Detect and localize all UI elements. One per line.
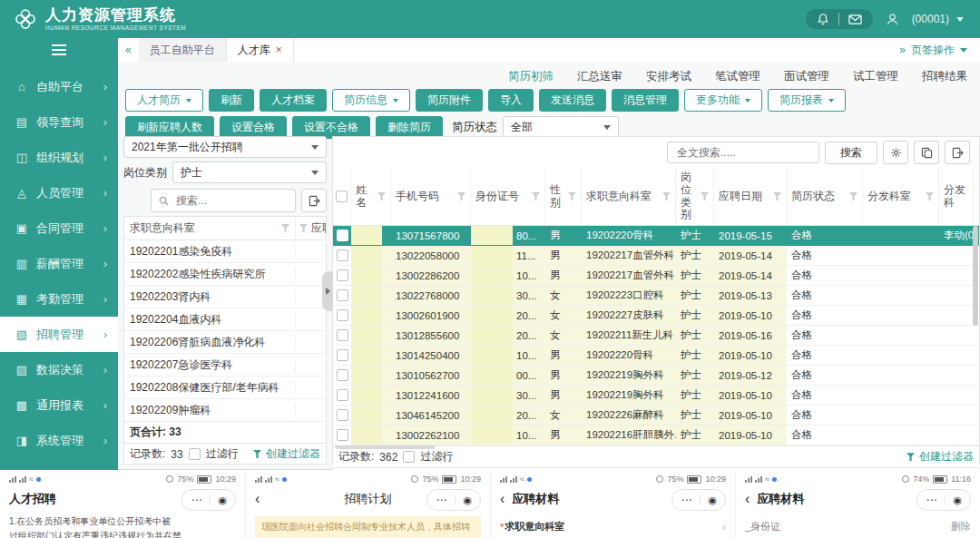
toolbar-button[interactable]: 人才档案 bbox=[260, 89, 327, 112]
sidebar-item[interactable]: ▣ 合同管理 › bbox=[0, 210, 118, 246]
toolbar-button[interactable]: 发送消息 bbox=[539, 89, 606, 112]
category-select[interactable]: 护士 bbox=[172, 161, 327, 183]
resume-row[interactable]: 13002286200 10... 男 19202217血管外科 护士 2019… bbox=[333, 266, 979, 286]
sidebar-item[interactable]: ◨ 系统管理 › bbox=[0, 423, 118, 458]
row-checkbox[interactable] bbox=[337, 429, 348, 441]
back-icon[interactable]: ‹ bbox=[745, 491, 750, 507]
tab-self-service[interactable]: 员工自助平台 bbox=[139, 38, 227, 62]
toolbar-button[interactable]: 简历报表 bbox=[768, 89, 846, 112]
row-checkbox[interactable] bbox=[337, 309, 348, 321]
workflow-item[interactable]: 笔试管理 bbox=[715, 69, 760, 84]
resume-row[interactable]: 13012855600 20... 女 19202211新生儿科 护士 2019… bbox=[333, 326, 979, 346]
filter-row-checkbox[interactable] bbox=[189, 448, 201, 460]
department-row[interactable]: 19202201感染免疫科 bbox=[124, 240, 326, 263]
row-checkbox[interactable] bbox=[337, 289, 348, 301]
toolbar-button[interactable]: 简历附件 bbox=[416, 89, 483, 112]
sidebar-toggle[interactable] bbox=[0, 38, 118, 62]
resume-row[interactable]: 13014250400 10... 男 19202220骨科 护士 2019-0… bbox=[333, 346, 979, 366]
more-icon[interactable]: ⋯ bbox=[681, 494, 692, 506]
resume-row[interactable]: 13046145200 20... 女 19202226麻醉科 护士 2019-… bbox=[333, 406, 979, 426]
row-checkbox[interactable] bbox=[337, 329, 348, 341]
sidebar-item[interactable]: ▤ 领导查询 › bbox=[0, 104, 118, 140]
sidebar-item[interactable]: ◬ 人员管理 › bbox=[0, 175, 118, 210]
toolbar-button[interactable]: 人才简历 bbox=[125, 89, 203, 112]
department-row[interactable]: 19202209肿瘤科 bbox=[124, 399, 326, 422]
resume-row[interactable]: 13010562700 00... 男 19202219胸外科 护士 2019-… bbox=[333, 366, 979, 386]
sidebar-item[interactable]: ⌂ 自助平台 › bbox=[0, 69, 118, 104]
create-filter-button[interactable]: 创建过滤器 bbox=[906, 449, 974, 465]
tab-talent-pool[interactable]: 人才库 × bbox=[227, 38, 294, 62]
department-row[interactable]: 19202208保健医疗部/老年病科 bbox=[124, 377, 326, 399]
more-icon[interactable]: ⋯ bbox=[926, 494, 937, 506]
resume-row[interactable]: 13022058000 11... 男 19202217血管外科 护士 2019… bbox=[333, 246, 979, 266]
tab-scroll-right[interactable]: » bbox=[899, 44, 906, 56]
workflow-item[interactable]: 试工管理 bbox=[853, 69, 898, 84]
select-all-checkbox[interactable] bbox=[336, 191, 348, 202]
search-button[interactable]: 搜索 bbox=[825, 142, 877, 164]
sidebar-item[interactable]: ▥ 薪酬管理 › bbox=[0, 246, 118, 281]
filter-icon[interactable] bbox=[926, 192, 934, 201]
filter-icon[interactable] bbox=[773, 192, 781, 201]
sidebar-item[interactable]: ▦ 考勤管理 › bbox=[0, 281, 118, 317]
department-row[interactable]: 19202206肾脏病血液净化科 bbox=[124, 331, 326, 354]
more-icon[interactable]: ⋯ bbox=[436, 494, 447, 506]
close-target-icon[interactable]: ◉ bbox=[708, 494, 717, 506]
toolbar-button[interactable]: 更多功能 bbox=[684, 89, 762, 112]
department-row[interactable]: 19202203肾内科 bbox=[124, 286, 326, 308]
row-checkbox[interactable] bbox=[337, 409, 348, 421]
mail-icon[interactable] bbox=[848, 14, 862, 25]
department-row[interactable]: 19202202感染性疾病研究所 bbox=[124, 263, 326, 286]
resume-row[interactable]: 13022768000 30... 女 19202223口腔科 护士 2019-… bbox=[333, 286, 979, 306]
create-filter-button[interactable]: 创建过滤器 bbox=[253, 446, 320, 462]
close-icon[interactable]: × bbox=[276, 44, 282, 56]
workflow-item[interactable]: 安排考试 bbox=[646, 69, 691, 84]
close-target-icon[interactable]: ◉ bbox=[463, 494, 472, 506]
row-checkbox[interactable] bbox=[337, 249, 348, 261]
toolbar-button[interactable]: 简历信息 bbox=[332, 89, 410, 112]
row-checkbox[interactable] bbox=[337, 230, 348, 241]
sidebar-item[interactable]: ◫ 组织规划 › bbox=[0, 140, 118, 175]
toolbar-button[interactable]: 导入 bbox=[488, 89, 534, 112]
row-checkbox[interactable] bbox=[337, 269, 348, 281]
fulltext-search-input[interactable] bbox=[675, 145, 811, 160]
filter-icon[interactable] bbox=[568, 192, 576, 201]
back-icon[interactable]: ‹ bbox=[255, 491, 260, 507]
page-actions-menu[interactable]: 页签操作 bbox=[911, 43, 955, 58]
bell-icon[interactable] bbox=[817, 13, 829, 25]
copy-icon[interactable] bbox=[914, 141, 939, 164]
workflow-item[interactable]: 面试管理 bbox=[784, 69, 829, 84]
filter-icon[interactable] bbox=[701, 192, 709, 201]
workflow-item[interactable]: 招聘结果 bbox=[922, 69, 967, 84]
filter-icon[interactable] bbox=[532, 192, 540, 201]
vertical-scrollbar[interactable] bbox=[973, 226, 978, 326]
export-icon[interactable] bbox=[945, 141, 970, 164]
user-menu[interactable]: (00001) bbox=[912, 13, 964, 25]
filter-icon[interactable] bbox=[281, 224, 289, 232]
row-checkbox[interactable] bbox=[337, 349, 348, 361]
workflow-item[interactable]: 汇总送审 bbox=[577, 69, 622, 84]
sidebar-item[interactable]: ▧ 招聘管理 › bbox=[0, 317, 118, 352]
back-icon[interactable]: ‹ bbox=[500, 491, 505, 507]
filter-row-checkbox[interactable] bbox=[403, 451, 415, 463]
recruitment-batch-select[interactable]: 2021年第一批公开招聘 bbox=[123, 136, 327, 158]
filter-icon[interactable] bbox=[662, 192, 671, 201]
user-icon[interactable] bbox=[886, 13, 899, 26]
workflow-item[interactable]: 简历初筛 bbox=[508, 69, 554, 84]
more-icon[interactable]: ⋯ bbox=[191, 494, 202, 506]
filter-icon[interactable] bbox=[377, 192, 386, 201]
horizontal-scrollbar[interactable] bbox=[335, 445, 435, 449]
sidebar-item[interactable]: ▩ 通用报表 › bbox=[0, 387, 118, 423]
form-field-dept[interactable]: * 求职意向科室 › bbox=[500, 520, 726, 533]
department-row[interactable]: 19202207急诊医学科 bbox=[124, 354, 326, 377]
toolbar-button[interactable]: 刷新 bbox=[209, 89, 254, 112]
dept-search-input[interactable] bbox=[174, 193, 288, 208]
close-target-icon[interactable]: ◉ bbox=[953, 494, 962, 506]
resume-row[interactable]: 13002262100 10... 男 19202216肝胆胰外... 护士 2… bbox=[333, 426, 979, 445]
panel-collapse-handle[interactable] bbox=[322, 271, 333, 311]
resume-row[interactable]: 13002601900 20... 女 19202227皮肤科 护士 2019-… bbox=[333, 306, 979, 326]
tab-scroll-left[interactable]: « bbox=[118, 38, 139, 62]
sidebar-item[interactable]: ▨ 数据决策 › bbox=[0, 352, 118, 387]
resume-row[interactable]: 13071567800 80... 男 19202220骨科 护士 2019-0… bbox=[333, 226, 979, 246]
row-checkbox[interactable] bbox=[337, 389, 348, 401]
export-icon[interactable] bbox=[301, 189, 327, 212]
